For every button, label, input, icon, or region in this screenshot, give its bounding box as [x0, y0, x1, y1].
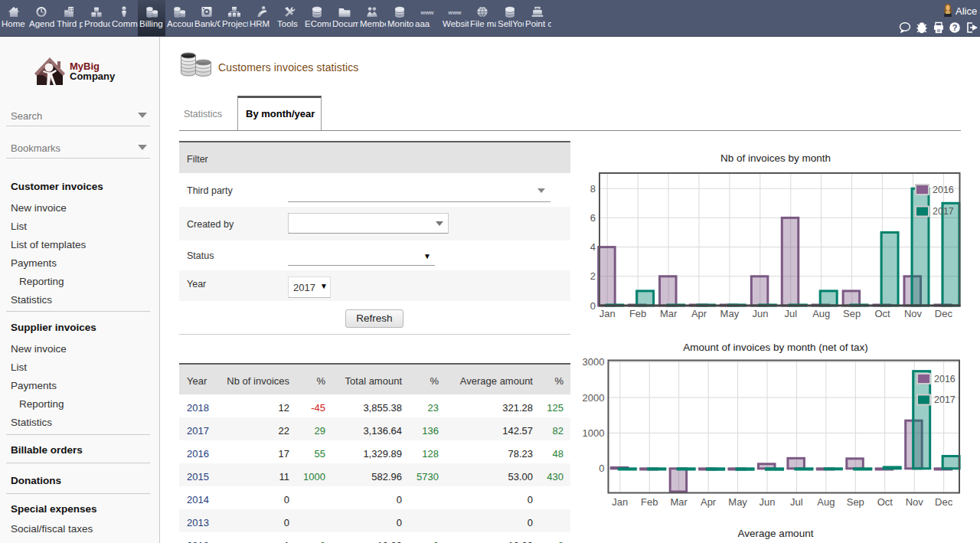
svg-text:Jun: Jun [760, 496, 776, 508]
svg-text:Jan: Jan [612, 496, 628, 508]
svg-text:2000: 2000 [583, 392, 605, 404]
svg-text:Aug: Aug [817, 496, 835, 508]
svg-text:May: May [720, 308, 740, 319]
svg-text:2017: 2017 [933, 206, 954, 217]
svg-text:3000: 3000 [583, 356, 605, 368]
svg-text:May: May [728, 496, 747, 508]
svg-text:Dec: Dec [935, 308, 953, 319]
svg-text:Average amount: Average amount [738, 528, 814, 539]
svg-text:0: 0 [590, 300, 596, 312]
svg-text:Apr: Apr [701, 496, 717, 508]
svg-text:Sep: Sep [847, 496, 864, 508]
svg-text:Feb: Feb [641, 496, 658, 508]
svg-text:2: 2 [590, 270, 596, 282]
svg-text:Sep: Sep [843, 308, 861, 319]
svg-text:Nov: Nov [906, 496, 924, 508]
svg-text:0: 0 [599, 463, 604, 474]
svg-text:Mar: Mar [660, 308, 678, 319]
svg-text:4: 4 [590, 241, 596, 253]
svg-text:Jan: Jan [599, 308, 616, 319]
svg-text:Aug: Aug [812, 308, 830, 319]
svg-text:6: 6 [590, 212, 596, 224]
svg-text:www: www [420, 9, 433, 16]
svg-text:2016: 2016 [933, 185, 954, 195]
svg-text:Amount of invoices by month (n: Amount of invoices by month (net of tax) [683, 342, 868, 353]
svg-text:2017: 2017 [934, 394, 956, 405]
svg-text:Jul: Jul [790, 496, 803, 508]
svg-text:8: 8 [590, 183, 596, 195]
svg-text:Dec: Dec [935, 496, 953, 508]
svg-text:2016: 2016 [934, 374, 956, 384]
svg-text:?: ? [952, 23, 958, 32]
svg-text:Nb of invoices by month: Nb of invoices by month [720, 152, 831, 164]
svg-text:Feb: Feb [629, 308, 646, 319]
svg-text:Oct: Oct [877, 496, 893, 508]
svg-text:Jun: Jun [752, 308, 768, 319]
svg-text:1000: 1000 [583, 427, 605, 439]
svg-text:Jul: Jul [784, 308, 797, 319]
svg-text:Mar: Mar [671, 496, 688, 508]
svg-text:Nov: Nov [904, 308, 923, 319]
svg-text:www: www [447, 9, 461, 16]
svg-text:Apr: Apr [691, 308, 707, 319]
svg-text:Oct: Oct [874, 308, 890, 319]
